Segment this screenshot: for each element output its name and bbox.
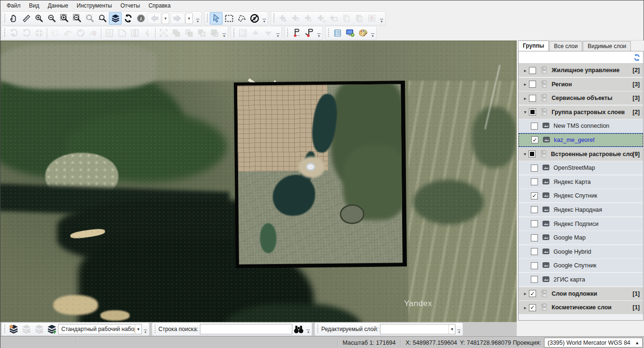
layer-group-row[interactable]: ▾Встроенные растровые слои[9] bbox=[519, 148, 643, 161]
layer-row[interactable]: Google Спутник bbox=[519, 259, 643, 272]
tab-groups[interactable]: Группы bbox=[518, 41, 549, 51]
layer-row[interactable]: OpenStreetMap bbox=[519, 161, 643, 174]
projection-dropdown[interactable]: (3395) World Mercator WGS 84 ▲ bbox=[544, 338, 643, 348]
zoom-full-extent-button[interactable] bbox=[96, 12, 109, 25]
view-back-dropdown[interactable]: ▼ bbox=[162, 13, 169, 24]
classifier-editor-button[interactable] bbox=[331, 27, 344, 39]
chevron-down-icon[interactable]: ▼ bbox=[448, 324, 455, 334]
chevron-down-icon[interactable]: ▼ bbox=[135, 324, 141, 334]
layer-row[interactable]: Яндекс Народная bbox=[519, 203, 643, 216]
toolbar-grip[interactable] bbox=[3, 28, 6, 38]
chevron-up-icon[interactable]: ▲ bbox=[630, 340, 642, 345]
layer-group-row[interactable]: ▸Сервисные объекты[3] bbox=[519, 91, 643, 105]
menu-отчеты[interactable]: Отчеты bbox=[116, 1, 144, 10]
layer-checkbox-unchecked[interactable] bbox=[531, 165, 538, 172]
layer-checkbox-unchecked[interactable] bbox=[531, 248, 538, 255]
layer-row[interactable]: Яндекс Подписи bbox=[519, 217, 643, 231]
toolbar-grip[interactable] bbox=[286, 28, 289, 38]
layer-checkbox-checked[interactable]: ✓ bbox=[529, 304, 536, 311]
edit-layer-dropdown[interactable]: ▼ bbox=[380, 324, 455, 334]
layer-row[interactable]: ✓kaz_me_georef bbox=[519, 133, 643, 147]
layer-checkbox-unchecked[interactable] bbox=[529, 81, 536, 88]
toolbar-grip[interactable] bbox=[316, 324, 319, 334]
layer-checkbox-checked[interactable]: ✓ bbox=[531, 192, 538, 199]
expander-expanded-icon[interactable]: ▾ bbox=[521, 151, 528, 157]
menu-файл[interactable]: Файл bbox=[2, 1, 25, 10]
expander-collapsed-icon[interactable]: ▸ bbox=[521, 96, 529, 101]
toolbar-overflow-button[interactable]: ▾ bbox=[262, 12, 267, 25]
toolbar-overflow-button[interactable]: ▾ bbox=[222, 27, 227, 39]
pan-tool-button[interactable] bbox=[7, 12, 20, 25]
layer-row[interactable]: New TMS connection bbox=[519, 119, 643, 133]
select-rectangle-button[interactable] bbox=[223, 12, 235, 25]
object-info-button[interactable]: i bbox=[134, 12, 147, 25]
layer-group-row[interactable]: ▸✓Слои подложки[1] bbox=[519, 287, 643, 300]
layers-panel-toggle-button[interactable] bbox=[109, 12, 122, 25]
search-string-input[interactable] bbox=[200, 324, 292, 334]
workset-apply-button[interactable] bbox=[45, 323, 58, 335]
zoom-out-rect-button[interactable] bbox=[71, 12, 83, 25]
toolbar-overflow-button[interactable]: ▾ bbox=[305, 323, 311, 335]
tab-all-layers[interactable]: Все слои bbox=[549, 41, 583, 51]
toolbar-grip[interactable] bbox=[3, 14, 6, 23]
layer-row[interactable]: ✓Яндекс Спутник bbox=[519, 189, 643, 202]
select-polygon-button[interactable] bbox=[235, 12, 248, 25]
layer-checkbox-checked[interactable]: ✓ bbox=[529, 290, 536, 297]
layer-checkbox-checked[interactable]: ✓ bbox=[531, 136, 538, 143]
toolbar-grip[interactable] bbox=[327, 28, 330, 38]
layer-checkbox-partial[interactable] bbox=[528, 150, 535, 157]
toolbar-overflow-button[interactable]: ▾ bbox=[195, 12, 200, 25]
toolbar-grip[interactable] bbox=[206, 14, 208, 23]
zoom-in-rect-button[interactable] bbox=[58, 12, 71, 25]
layer-group-row[interactable]: ▸Жилищное управление[2] bbox=[519, 64, 643, 77]
find-button[interactable] bbox=[292, 323, 305, 335]
layer-row[interactable]: Google Map bbox=[519, 231, 643, 244]
toolbar-overflow-button[interactable]: ▾ bbox=[456, 323, 462, 335]
toolbar-overflow-button[interactable]: ▾ bbox=[370, 27, 375, 39]
menu-инструменты[interactable]: Инструменты bbox=[73, 1, 116, 10]
toolbar-grip[interactable] bbox=[3, 324, 6, 334]
layer-checkbox-unchecked[interactable] bbox=[531, 262, 538, 269]
layer-row[interactable]: Яндекс Карта bbox=[519, 175, 643, 189]
tab-visible-layers[interactable]: Видимые слои bbox=[583, 41, 631, 51]
layer-group-row[interactable]: ▸✓Косметические слои[1] bbox=[519, 301, 643, 314]
layer-group-row[interactable]: ▾Группа растровых слоев[2] bbox=[519, 106, 643, 119]
clear-selection-button[interactable] bbox=[248, 12, 261, 25]
expander-collapsed-icon[interactable]: ▸ bbox=[521, 68, 529, 73]
menu-справка[interactable]: Справка bbox=[144, 1, 175, 10]
measure-tool-button[interactable] bbox=[20, 12, 33, 25]
layer-row[interactable]: Google Hybrid bbox=[519, 245, 643, 258]
system-settings-button[interactable] bbox=[344, 27, 356, 39]
map-canvas[interactable]: Yandex bbox=[0, 41, 517, 322]
layer-checkbox-unchecked[interactable] bbox=[531, 234, 538, 241]
layer-checkbox-unchecked[interactable] bbox=[531, 178, 538, 185]
menu-данные[interactable]: Данные bbox=[43, 1, 72, 10]
workset-dropdown[interactable]: Стандартный рабочий набор ▼ bbox=[58, 324, 142, 334]
toolbar-overflow-button[interactable]: ▾ bbox=[143, 323, 148, 335]
route-end-point-button[interactable] bbox=[303, 27, 315, 39]
layer-group-row[interactable]: ▸Регион[3] bbox=[519, 78, 643, 91]
layer-row[interactable]: 2ГИС карта bbox=[519, 273, 643, 286]
toolbar-grip[interactable] bbox=[232, 28, 235, 38]
refresh-map-button[interactable] bbox=[122, 12, 134, 25]
expander-collapsed-icon[interactable]: ▸ bbox=[521, 291, 529, 296]
layer-checkbox-unchecked[interactable] bbox=[531, 276, 538, 283]
zoom-out-button[interactable] bbox=[45, 12, 58, 25]
layer-checkbox-unchecked[interactable] bbox=[531, 220, 538, 227]
layer-checkbox-unchecked[interactable] bbox=[531, 206, 538, 213]
layer-checkbox-partial[interactable] bbox=[529, 108, 536, 116]
expander-expanded-icon[interactable]: ▾ bbox=[521, 109, 529, 115]
expander-collapsed-icon[interactable]: ▸ bbox=[521, 305, 529, 310]
view-forward-dropdown[interactable]: ▼ bbox=[185, 13, 193, 24]
expander-collapsed-icon[interactable]: ▸ bbox=[521, 82, 529, 87]
toolbar-overflow-button[interactable]: ▾ bbox=[275, 27, 281, 39]
toolbar-overflow-button[interactable]: ▾ bbox=[379, 12, 384, 25]
layer-checkbox-unchecked[interactable] bbox=[531, 123, 538, 130]
zoom-in-button[interactable] bbox=[33, 12, 45, 25]
layer-checkbox-unchecked[interactable] bbox=[529, 67, 536, 74]
route-start-point-button[interactable] bbox=[290, 27, 303, 39]
toolbar-overflow-button[interactable]: ▾ bbox=[316, 27, 322, 39]
toolbar-grip[interactable] bbox=[154, 324, 156, 334]
style-editor-button[interactable] bbox=[356, 27, 369, 39]
select-tool-button[interactable] bbox=[210, 12, 223, 25]
